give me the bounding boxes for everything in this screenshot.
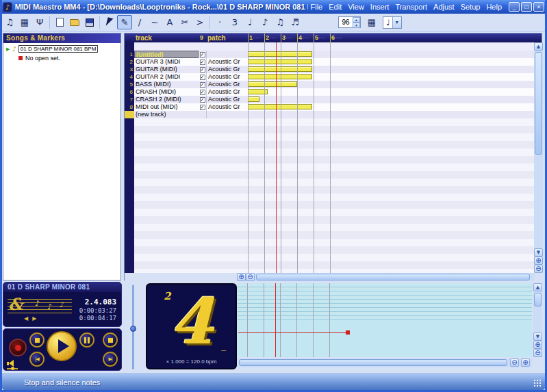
note-duration-select[interactable]: ♩ ▾ (383, 16, 402, 29)
lane-vertical-thumb[interactable] (534, 293, 542, 306)
menu-insert[interactable]: Insert (370, 3, 390, 11)
track-row[interactable]: 8MIDI out (MIDI)✓Acoustic Gr (125, 103, 534, 111)
skip-to-start-button[interactable]: |◀ (29, 352, 44, 367)
track-enabled-checkbox[interactable]: ✓ (200, 75, 205, 80)
track-patch[interactable]: Acoustic Gr (206, 66, 246, 73)
skip-to-end-button[interactable]: ▶| (103, 352, 118, 367)
midi-clip[interactable] (248, 66, 312, 72)
lane-hzoom-out-button[interactable]: ⊖ (510, 358, 519, 367)
track-timeline-cell[interactable] (246, 51, 534, 58)
track-patch[interactable]: Acoustic Gr (206, 58, 246, 66)
zoom-out-horizontal-button[interactable]: ⊖ (246, 273, 255, 281)
save-file-button[interactable] (82, 15, 97, 29)
pause-button[interactable] (79, 332, 94, 348)
track-row[interactable]: 1(Untitled)✓ (125, 51, 534, 58)
open-file-button[interactable] (67, 15, 82, 29)
marker-set-item[interactable]: No open set. (3, 53, 120, 62)
step-back-button[interactable]: ◀ (24, 315, 28, 322)
lane-hzoom-in-button[interactable]: ⊕ (521, 358, 530, 367)
volume-speaker-icon[interactable] (7, 360, 14, 367)
timeline-header[interactable]: 1···2···3···4···5···6··· (246, 34, 534, 42)
zoom-in-vertical-button[interactable]: ⊕ (534, 257, 543, 265)
track-name[interactable]: GUITAR 2 (MIDI (134, 73, 199, 81)
track-timeline-cell[interactable] (246, 88, 534, 96)
track-timeline-cell[interactable] (246, 73, 534, 81)
track-enabled-checkbox[interactable]: ✓ (200, 67, 205, 73)
menu-view[interactable]: View (348, 3, 364, 11)
track-name[interactable]: (new track) (134, 111, 199, 118)
position-slider[interactable] (132, 285, 134, 369)
track-enabled-checkbox[interactable]: ✓ (200, 60, 205, 65)
lane-zoom-out-button[interactable]: ⊖ (533, 349, 542, 357)
track-timeline-cell[interactable] (246, 81, 534, 88)
track-patch[interactable]: Acoustic Gr (206, 103, 246, 111)
stop-silence-button[interactable] (103, 332, 118, 348)
menu-adjust[interactable]: Adjust (433, 3, 455, 11)
track-row[interactable]: (new track) (125, 111, 534, 118)
midi-clip[interactable] (248, 81, 297, 87)
track-row[interactable]: 5BASS (MIDI)✓Acoustic Gr (125, 81, 534, 88)
zoom-out-vertical-button[interactable]: ⊖ (534, 265, 543, 273)
midi-clip[interactable] (248, 59, 312, 64)
track-name[interactable]: GUITAR 3 (MIDI (134, 58, 199, 66)
velocity-input[interactable]: 96 ▴ ▾ (338, 16, 361, 28)
menu-setup[interactable]: Setup (461, 3, 481, 11)
play-button[interactable] (47, 331, 77, 361)
empty-track-area[interactable] (134, 118, 534, 273)
track-name[interactable]: BASS (MIDI) (134, 81, 199, 88)
track-patch[interactable]: Acoustic Gr (206, 73, 246, 81)
track-name[interactable]: CRASH 2 (MIDI) (134, 96, 199, 103)
track-row[interactable]: 6CRASH (MIDI)✓Acoustic Gr (125, 88, 534, 96)
triplet-button[interactable]: 3 (227, 15, 242, 29)
midi-clip[interactable] (248, 96, 259, 102)
midi-clip[interactable] (248, 74, 312, 79)
lane-scroll-up-button[interactable]: ▲ (533, 283, 542, 291)
quarter-note-button[interactable]: ♪ (257, 15, 272, 29)
curve-tool-button[interactable]: ~ (147, 15, 162, 29)
track-horizontal-scrollbar[interactable]: ⊕ ⊖ (237, 273, 534, 281)
eighth-note-button[interactable]: ♫ (272, 15, 288, 29)
track-timeline-cell[interactable] (246, 66, 534, 73)
track-patch[interactable] (206, 111, 246, 118)
lane-vertical-scrollbar[interactable]: ▲ ▼ ⊕ ⊖ (533, 283, 542, 357)
track-name[interactable]: (Untitled) (134, 51, 199, 58)
midi-clip[interactable] (248, 51, 312, 57)
horizontal-scroll-thumb[interactable] (256, 274, 530, 280)
track-enabled-checkbox[interactable]: ✓ (200, 105, 205, 110)
track-patch[interactable]: Acoustic Gr (206, 81, 246, 88)
menu-file[interactable]: File (311, 3, 323, 11)
lane-zoom-in-button[interactable]: ⊕ (533, 341, 542, 349)
track-vertical-scrollbar[interactable]: ▲ ▼ ⊕ ⊖ (534, 42, 543, 273)
position-slider-thumb[interactable] (130, 326, 136, 332)
track-view-button[interactable]: ▦ (17, 15, 32, 29)
grid-snap-button[interactable]: ▦ (364, 15, 379, 29)
midi-clip[interactable] (248, 89, 268, 94)
track-patch[interactable]: Acoustic Gr (206, 96, 246, 103)
track-enabled-checkbox[interactable]: ✓ (200, 82, 205, 88)
record-button[interactable] (9, 339, 27, 356)
track-patch[interactable]: Acoustic Gr (206, 88, 246, 96)
half-note-button[interactable]: ♩ (242, 15, 257, 29)
maximize-button[interactable]: □ (521, 2, 532, 12)
song-view-button[interactable]: ♫ (2, 15, 17, 29)
track-timeline-cell[interactable] (246, 96, 534, 103)
minimize-button[interactable]: _ (509, 2, 520, 12)
track-name[interactable]: MIDI out (MIDI) (134, 103, 199, 111)
lane-scroll-down-button[interactable]: ▼ (533, 332, 542, 341)
track-row[interactable]: 3GUITAR (MIDI)✓Acoustic Gr (125, 66, 534, 73)
new-file-button[interactable] (52, 15, 67, 29)
menu-transport[interactable]: Transport (395, 3, 427, 11)
track-row[interactable]: 7CRASH 2 (MIDI)✓Acoustic Gr (125, 96, 534, 103)
track-enabled-checkbox[interactable]: ✓ (200, 52, 205, 57)
scroll-up-button[interactable]: ▲ (534, 42, 543, 51)
step-forward-button[interactable]: ▶ (32, 315, 36, 322)
spin-down-button[interactable]: ▾ (353, 23, 360, 28)
zoom-in-horizontal-button[interactable]: ⊕ (237, 273, 246, 281)
line-tool-button[interactable]: / (132, 15, 147, 29)
track-timeline-cell[interactable] (246, 111, 534, 118)
tempo-line[interactable] (238, 332, 348, 333)
midi-clip[interactable] (248, 104, 312, 109)
song-tree-label[interactable]: 01 D SHARP MINOR 081 BPM (18, 45, 99, 53)
track-patch[interactable] (206, 51, 246, 58)
track-enabled-checkbox[interactable]: ✓ (200, 90, 205, 95)
